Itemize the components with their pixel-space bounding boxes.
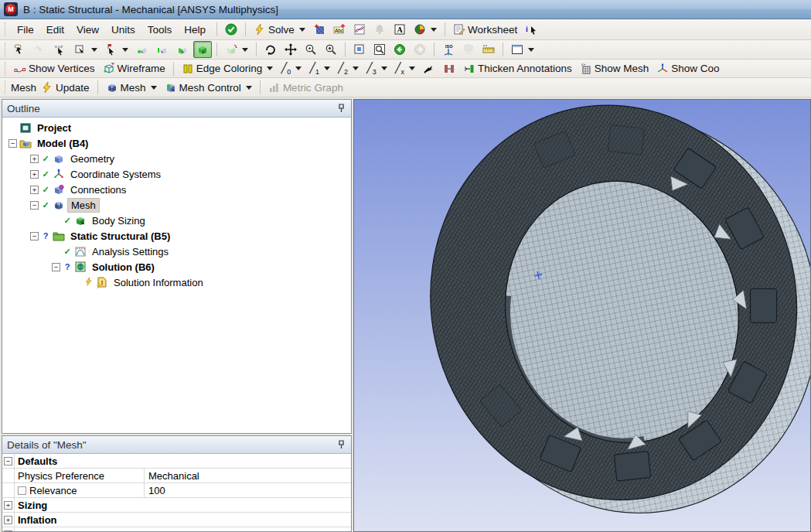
tree-item-geometry[interactable]: +✓Geometry: [4, 151, 351, 166]
show-mesh-button[interactable]: Show Mesh: [577, 60, 653, 77]
edge-direction-x-button[interactable]: ╱x: [392, 60, 418, 77]
collapse-icon[interactable]: −: [9, 139, 17, 148]
edge-joints-button[interactable]: [440, 60, 458, 77]
text-label-button[interactable]: A: [390, 21, 409, 38]
details-title: Details of "Mesh": [7, 439, 87, 451]
metric-graph-button[interactable]: Metric Graph: [265, 79, 346, 96]
menu-view[interactable]: View: [70, 22, 105, 38]
tree-item-coordinate-systems[interactable]: +✓Coordinate Systems: [4, 166, 351, 182]
worksheet-button[interactable]: Worksheet: [450, 21, 520, 38]
tree-item-project[interactable]: Project: [4, 120, 351, 135]
rotate-button[interactable]: [261, 41, 280, 58]
expand-icon[interactable]: +: [30, 155, 39, 163]
annotation-button[interactable]: Abc: [330, 21, 349, 38]
expand-icon[interactable]: +: [4, 501, 12, 510]
menu-help[interactable]: Help: [178, 22, 212, 38]
tree-item-analysis-settings[interactable]: ✓Analysis Settings: [4, 244, 351, 259]
toolbar-grip[interactable]: [5, 80, 8, 94]
collapse-icon[interactable]: −: [30, 232, 39, 240]
zoom-in-button[interactable]: [322, 41, 340, 58]
details-category-defaults[interactable]: −Defaults: [2, 454, 351, 469]
alert-button[interactable]: [370, 21, 389, 38]
iso-view-button[interactable]: ISO: [439, 41, 458, 58]
app-icon[interactable]: M: [4, 2, 18, 16]
mesh-control-button[interactable]: Mesh Control: [162, 79, 255, 96]
details-category-sizing[interactable]: +Sizing: [2, 498, 351, 513]
validate-button[interactable]: [222, 21, 240, 38]
edge-direction-1-button[interactable]: ╱1: [306, 60, 333, 77]
details-category-inflation[interactable]: +Inflation: [2, 513, 351, 527]
tree-item-mesh[interactable]: −✓Mesh: [4, 197, 351, 213]
edge-direction-0-button[interactable]: ╱0: [278, 60, 305, 77]
tree-item-solution-information[interactable]: !Solution Information: [4, 275, 351, 290]
tree-item-connections[interactable]: +✓Connections: [4, 182, 351, 197]
tree-item-solution-b6[interactable]: −?Solution (B6): [4, 259, 351, 275]
property-value[interactable]: 100: [145, 483, 351, 497]
expand-icon[interactable]: +: [30, 186, 39, 194]
zoom-button[interactable]: [302, 41, 320, 58]
edge-direction-3-button[interactable]: ╱3: [363, 60, 390, 77]
iso-axis-icon: ISO: [442, 43, 455, 56]
viewport-3d[interactable]: [353, 99, 811, 532]
next-view-button[interactable]: [411, 41, 429, 58]
pin-icon[interactable]: [337, 440, 346, 449]
update-button[interactable]: Update: [38, 79, 93, 96]
tree-item-body-sizing[interactable]: ✓Body Sizing: [4, 213, 351, 228]
property-checkbox[interactable]: [18, 486, 26, 495]
mesh-menu-button[interactable]: Mesh: [103, 79, 160, 96]
details-row-relevance[interactable]: Relevance100: [2, 483, 351, 498]
label-select-button[interactable]: [11, 41, 29, 58]
adjacent-select-button[interactable]: [31, 41, 49, 58]
new-chart-button[interactable]: [310, 21, 329, 38]
select-mode-button[interactable]: [71, 41, 101, 58]
flag-select-button[interactable]: [102, 41, 131, 58]
edge-direction-2-button[interactable]: ╱2: [335, 60, 362, 77]
tree-item-model-b4[interactable]: −Model (B4): [4, 135, 351, 151]
edge-direction-arrow-button[interactable]: [420, 60, 438, 77]
vertex-select-button[interactable]: [133, 41, 152, 58]
face-select-button[interactable]: [173, 41, 192, 58]
look-at-button[interactable]: [459, 41, 478, 58]
collapse-icon[interactable]: −: [30, 201, 39, 210]
solve-button[interactable]: Solve: [250, 21, 308, 38]
selection-info-button[interactable]: i: [522, 21, 540, 38]
ruler-button[interactable]: [479, 41, 498, 58]
show-coordinate-systems-button[interactable]: Show Coo: [653, 60, 722, 77]
solution-info-icon: !: [96, 276, 108, 288]
collapse-icon[interactable]: −: [52, 263, 60, 271]
wireframe-button[interactable]: Wireframe: [100, 60, 169, 77]
chart-button[interactable]: [350, 21, 369, 38]
details-category-patch-conforming-options[interactable]: −Patch Conforming Options: [2, 527, 351, 531]
body-select-button[interactable]: [193, 41, 212, 58]
viewports-button[interactable]: [508, 41, 537, 58]
menu-units[interactable]: Units: [105, 22, 141, 38]
image-capture-button[interactable]: [411, 21, 440, 38]
thicken-annotations-button[interactable]: Thicken Annotations: [460, 60, 575, 77]
edge-coloring-button[interactable]: Edge Coloring: [179, 60, 277, 77]
details-row-physics-preference[interactable]: Physics PreferenceMechanical: [2, 469, 351, 483]
coordinates-pick-button[interactable]: x,y,z: [51, 41, 70, 58]
extend-selection-button[interactable]: [222, 41, 251, 58]
tree-item-static-structural-b5[interactable]: −?Static Structural (B5): [4, 228, 351, 244]
property-value[interactable]: Mechanical: [145, 469, 351, 483]
menu-edit[interactable]: Edit: [40, 22, 70, 38]
collapse-icon[interactable]: −: [4, 457, 12, 466]
analysis-settings-icon: [74, 245, 87, 257]
expand-icon[interactable]: +: [30, 170, 39, 179]
toolbar-grip[interactable]: [5, 62, 8, 76]
edge-select-button[interactable]: [153, 41, 172, 58]
pan-button[interactable]: [281, 41, 300, 58]
show-vertices-button[interactable]: Show Vertices: [11, 60, 98, 77]
menu-tools[interactable]: Tools: [141, 22, 179, 38]
toolbar-grip[interactable]: [5, 22, 8, 36]
box-zoom-button[interactable]: [350, 41, 369, 58]
toolbar-grip[interactable]: [5, 43, 8, 56]
model-canvas[interactable]: [354, 100, 810, 532]
menu-file[interactable]: File: [11, 22, 40, 38]
expand-icon[interactable]: +: [4, 516, 12, 524]
previous-view-button[interactable]: [390, 41, 409, 58]
pin-icon[interactable]: [337, 104, 346, 113]
zoom-fit-button[interactable]: [370, 41, 389, 58]
outline-title: Outline: [7, 103, 40, 114]
collapse-icon[interactable]: −: [4, 530, 12, 532]
